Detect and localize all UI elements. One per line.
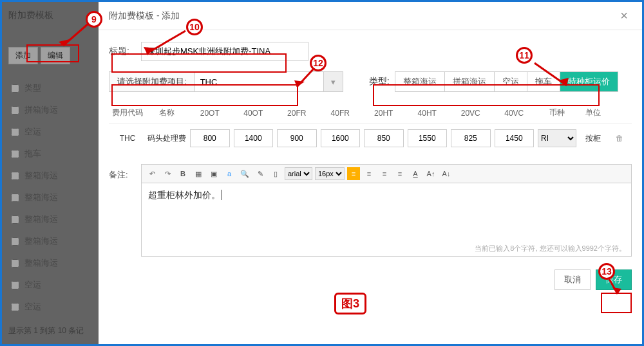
undo-icon[interactable]: ↶ <box>146 167 158 180</box>
fee-code: THC <box>111 134 144 143</box>
type-button-group: 整箱海运 拼箱海运 空运 拖车 特种柜运价 <box>395 71 618 92</box>
table-header: 费用代码 名称 20OT 40OT 20FR 40FR 20HT 40HT 20… <box>109 102 632 124</box>
arrow-12 <box>290 66 316 92</box>
remark-label: 备注: <box>109 164 135 181</box>
font-color-icon[interactable]: A <box>409 167 422 180</box>
modal-footer: 取消 保存 <box>99 263 642 296</box>
bold-icon[interactable]: B <box>176 167 189 180</box>
font-size-select[interactable]: 16px <box>315 167 345 180</box>
cell-20ot[interactable] <box>190 129 230 147</box>
trash-icon[interactable]: 🗑 <box>610 134 629 143</box>
cancel-button[interactable]: 取消 <box>554 269 591 290</box>
video-icon[interactable]: ▣ <box>207 167 220 180</box>
chevron-down-icon[interactable]: ▾ <box>324 71 343 92</box>
fee-name: 码头处理费 <box>147 133 186 144</box>
svg-marker-9 <box>612 287 621 294</box>
modal-header: 附加费模板 - 添加 × <box>99 2 642 30</box>
cell-40vc[interactable] <box>495 129 535 147</box>
callout-9: 9 <box>86 11 102 28</box>
cell-20vc[interactable] <box>451 129 491 147</box>
type-option-lcl[interactable]: 拼箱海运 <box>445 72 495 91</box>
callout-13: 13 <box>598 263 615 280</box>
cell-40fr[interactable] <box>321 129 361 147</box>
cell-40ht[interactable] <box>408 129 448 147</box>
cell-20ht[interactable] <box>364 129 404 147</box>
editor-body[interactable]: 超重柜林外加价。 <box>142 183 631 241</box>
svg-line-0 <box>63 23 89 46</box>
highlight-icon[interactable]: ≡ <box>347 167 360 180</box>
modal-title: 附加费模板 - 添加 <box>109 10 180 22</box>
callout-12: 12 <box>310 55 327 71</box>
type-option-fcl[interactable]: 整箱海运 <box>395 72 445 91</box>
type-option-air[interactable]: 空运 <box>495 72 527 91</box>
font-family-select[interactable]: arial <box>285 167 312 180</box>
arrow-9 <box>53 20 92 52</box>
fee-table: 费用代码 名称 20OT 40OT 20FR 40FR 20HT 40HT 20… <box>109 102 632 152</box>
editor-toolbar: ↶ ↷ B ▦ ▣ a 🔍 ✎ ▯ arial 16px ≡ ≡ ≡ <box>142 165 631 183</box>
table-row: THC 码头处理费 RI 按柜 🗑 <box>109 124 632 152</box>
rich-editor: ↶ ↷ B ▦ ▣ a 🔍 ✎ ▯ arial 16px ≡ ≡ ≡ <box>141 164 632 257</box>
type-label: 类型: <box>369 76 390 87</box>
close-icon[interactable]: × <box>616 8 632 23</box>
cell-40ot[interactable] <box>234 129 274 147</box>
font-decrease-icon[interactable]: A↓ <box>440 167 453 180</box>
font-increase-icon[interactable]: A↑ <box>424 167 437 180</box>
search-icon[interactable]: 🔍 <box>238 167 251 180</box>
char-icon[interactable]: a <box>223 167 236 180</box>
app-frame: 附加费模板 添加 编辑 类型 拼箱海运 空运 拖车 整箱海运 整箱海运 整箱海运… <box>0 0 644 346</box>
brush-icon[interactable]: ✎ <box>254 167 267 180</box>
arrow-10 <box>137 28 189 57</box>
align-right-icon[interactable]: ≡ <box>393 167 406 180</box>
align-center-icon[interactable]: ≡ <box>378 167 391 180</box>
char-counter: 当前已输入8个字符, 您还可以输入9992个字符。 <box>142 241 631 256</box>
svg-line-2 <box>147 31 185 53</box>
select-label: 请选择附加费项目: <box>109 71 195 92</box>
page-icon[interactable]: ▯ <box>269 167 282 180</box>
currency-select[interactable]: RI <box>538 129 576 147</box>
title-label: 标题: <box>109 46 135 57</box>
align-left-icon[interactable]: ≡ <box>363 167 375 180</box>
unit-label: 按柜 <box>580 133 606 144</box>
figure-label: 图3 <box>334 293 366 314</box>
callout-11: 11 <box>516 47 533 64</box>
arrow-11 <box>531 60 576 89</box>
cell-20fr[interactable] <box>277 129 317 147</box>
redo-icon[interactable]: ↷ <box>161 167 174 180</box>
callout-10: 10 <box>186 19 203 35</box>
image-icon[interactable]: ▦ <box>192 167 205 180</box>
